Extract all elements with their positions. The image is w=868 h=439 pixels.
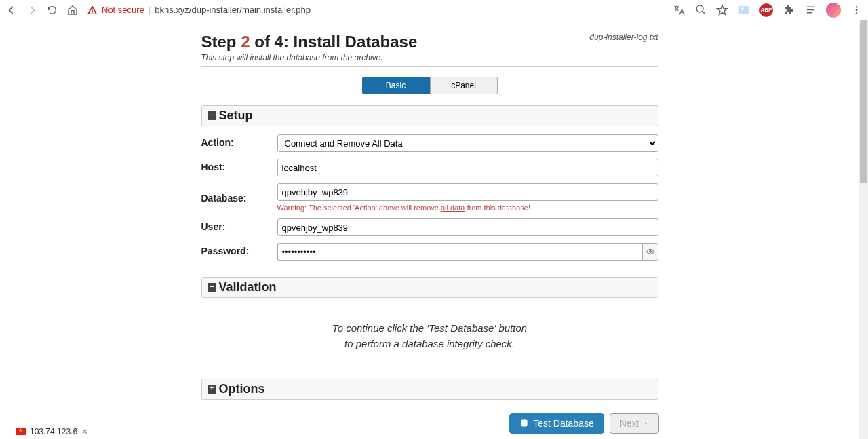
password-label: Password: (201, 243, 277, 256)
back-button[interactable] (5, 4, 18, 16)
section-options[interactable]: + Options (201, 379, 658, 400)
section-setup[interactable]: − Setup (201, 105, 658, 126)
database-icon (519, 419, 529, 428)
reload-button[interactable] (46, 4, 58, 16)
address-bar[interactable]: Not secure | bkns.xyz/dup-installer/main… (87, 5, 665, 16)
host-label: Host: (201, 159, 277, 172)
footer: Test Database Next (0, 413, 859, 439)
reading-list-icon[interactable] (804, 4, 816, 16)
user-input[interactable] (277, 218, 658, 236)
plus-icon: + (208, 385, 216, 394)
chevron-right-icon (644, 420, 649, 427)
tab-cpanel[interactable]: cPanel (430, 77, 498, 94)
translate-icon[interactable] (673, 4, 685, 16)
scrollbar-thumb[interactable] (860, 20, 867, 183)
validation-message: To continue click the 'Test Database' bu… (201, 305, 658, 379)
action-select[interactable]: Connect and Remove All Data (277, 134, 658, 152)
menu-icon[interactable] (850, 4, 863, 16)
star-icon[interactable] (716, 4, 728, 16)
database-input[interactable] (277, 183, 658, 201)
minus-icon: − (208, 283, 216, 292)
tab-basic[interactable]: Basic (362, 77, 430, 94)
user-label: User: (201, 218, 277, 232)
setup-form: Action: Connect and Remove All Data Host… (201, 134, 658, 261)
test-database-button[interactable]: Test Database (509, 413, 604, 434)
toggle-password-button[interactable] (642, 243, 658, 261)
avatar[interactable] (826, 3, 841, 18)
viewport: Step 2 of 4: Install Database dup-instal… (0, 20, 859, 439)
divider (201, 66, 658, 67)
host-input[interactable] (277, 159, 658, 176)
log-link[interactable]: dup-installer-log.txt (589, 33, 658, 42)
svg-point-2 (856, 6, 858, 8)
translate-ext-icon[interactable] (738, 4, 750, 16)
database-warning: Warning: The selected 'Action' above wil… (277, 204, 658, 212)
section-validation[interactable]: − Validation (201, 277, 658, 298)
close-icon[interactable]: ✕ (81, 427, 88, 436)
eye-icon (646, 248, 654, 256)
svg-point-3 (856, 9, 858, 11)
tabs: Basic cPanel (201, 77, 658, 94)
scrollbar[interactable] (859, 20, 868, 439)
all-data-link[interactable]: all data (441, 204, 465, 212)
security-status: Not secure (102, 5, 144, 15)
database-label: Database: (201, 183, 277, 204)
status-bar: 103.74.123.6 ✕ (16, 427, 88, 436)
url-text: bkns.xyz/dup-installer/main.installer.ph… (155, 5, 311, 15)
abp-icon[interactable]: ABP (760, 3, 773, 17)
zoom-icon[interactable] (694, 4, 707, 16)
svg-rect-1 (739, 6, 749, 14)
next-button[interactable]: Next (610, 413, 659, 434)
svg-point-4 (856, 12, 858, 14)
action-label: Action: (201, 134, 277, 148)
forward-button[interactable] (26, 4, 38, 16)
flag-icon (16, 428, 26, 435)
toolbar-right: ABP (673, 3, 863, 18)
page-title: Step 2 of 4: Install Database (201, 33, 418, 52)
ip-text: 103.74.123.6 (30, 427, 77, 436)
home-button[interactable] (66, 4, 79, 16)
minus-icon: − (208, 111, 216, 120)
svg-point-5 (649, 251, 651, 253)
warning-icon (87, 5, 98, 16)
browser-toolbar: Not secure | bkns.xyz/dup-installer/main… (0, 0, 868, 20)
page-subtitle: This step will install the database from… (201, 53, 658, 62)
svg-point-0 (696, 5, 703, 12)
password-input[interactable] (277, 243, 643, 261)
page: Step 2 of 4: Install Database dup-instal… (193, 20, 667, 439)
extensions-icon[interactable] (783, 4, 795, 16)
